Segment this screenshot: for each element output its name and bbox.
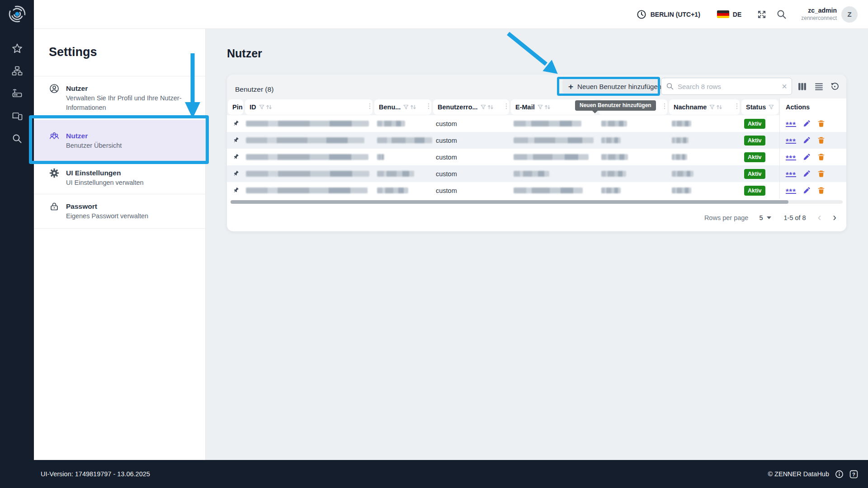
filter-icon[interactable]	[538, 104, 543, 110]
sort-icon[interactable]	[544, 104, 551, 110]
next-page-button[interactable]: ›	[833, 212, 836, 223]
scrollbar-thumb[interactable]	[231, 200, 788, 204]
redacted-username	[377, 171, 414, 177]
table-title: Benutzer (8)	[235, 85, 274, 94]
filter-icon[interactable]	[769, 104, 774, 110]
clock-icon	[636, 9, 647, 20]
column-header-status[interactable]: Status	[741, 99, 778, 115]
column-menu-icon[interactable]	[504, 103, 507, 111]
global-search-icon[interactable]	[776, 9, 787, 20]
filter-icon[interactable]	[403, 104, 409, 110]
column-header-nachname[interactable]: Nachname	[669, 99, 740, 115]
redacted-username	[377, 137, 432, 143]
change-password-icon[interactable]: ***	[786, 154, 796, 160]
nav-item-ui-einstellungen[interactable]: UI Einstellungen UI Einstellungen verwal…	[34, 162, 205, 194]
delete-trash-icon[interactable]	[817, 170, 825, 178]
redacted-email	[514, 137, 594, 143]
change-password-icon[interactable]: ***	[786, 170, 796, 177]
column-menu-icon[interactable]	[662, 103, 665, 111]
column-menu-icon[interactable]	[367, 103, 371, 111]
page-range: 1-5 of 8	[783, 214, 806, 221]
sort-icon[interactable]	[266, 104, 272, 110]
change-password-icon[interactable]: ***	[786, 137, 796, 144]
change-password-icon[interactable]: ***	[786, 120, 796, 127]
filter-icon[interactable]	[709, 104, 715, 110]
delete-trash-icon[interactable]	[817, 136, 825, 144]
user-role: custom	[436, 154, 457, 161]
edit-pencil-icon[interactable]	[803, 153, 811, 161]
prev-page-button[interactable]: ‹	[818, 212, 821, 223]
nav-item-nutzer-uebersicht[interactable]: Nutzer Benutzer Übersicht	[34, 120, 205, 161]
sort-icon[interactable]	[487, 104, 494, 110]
favorites-star-icon[interactable]	[12, 43, 23, 54]
delete-trash-icon[interactable]	[817, 187, 825, 194]
gear-icon	[49, 168, 60, 178]
delete-trash-icon[interactable]	[817, 120, 825, 127]
filter-icon[interactable]	[259, 104, 264, 110]
rows-per-page-select[interactable]: 5	[759, 214, 771, 221]
search-input[interactable]	[678, 83, 782, 90]
nav-item-passwort[interactable]: Passwort Eigenes Passwort verwalten	[34, 194, 205, 228]
help-icon[interactable]: ?	[849, 470, 858, 479]
edit-pencil-icon[interactable]	[803, 170, 811, 178]
ui-version: UI-Version: 1749819797 - 13.06.2025	[41, 470, 150, 478]
language-label: DE	[733, 11, 741, 18]
pin-button[interactable]	[227, 169, 244, 178]
avatar[interactable]: Z	[841, 6, 858, 23]
timezone-label: BERLIN (UTC+1)	[651, 11, 700, 18]
column-menu-icon[interactable]	[734, 103, 738, 111]
add-user-button[interactable]: + Neuen Benutzer hinzufügen	[562, 80, 667, 93]
nav-item-subtitle: Eigenes Passwort verwalten	[66, 211, 148, 221]
sort-icon[interactable]	[716, 104, 722, 110]
devices-icon[interactable]	[12, 111, 23, 122]
pin-button[interactable]	[227, 186, 244, 195]
column-header-benutzername[interactable]: Benu...	[374, 99, 431, 115]
column-header-pin[interactable]: Pin	[228, 99, 243, 115]
nav-item-nutzer-profil[interactable]: Nutzer Verwalten Sie Ihr Profil und Ihre…	[34, 76, 205, 120]
nav-item-subtitle: UI Einstellungen verwalten	[66, 178, 144, 188]
redacted-lastname	[672, 154, 687, 160]
pin-button[interactable]	[227, 153, 244, 161]
user-circle-icon	[49, 83, 60, 94]
edit-pencil-icon[interactable]	[803, 136, 811, 144]
pin-button[interactable]	[227, 136, 244, 145]
sort-icon[interactable]	[410, 104, 416, 110]
timezone-display[interactable]: BERLIN (UTC+1)	[636, 9, 700, 20]
column-header-benutzerrolle[interactable]: Benutzerro...	[433, 99, 509, 115]
gateway-icon[interactable]	[12, 88, 23, 99]
redacted-lastname	[672, 188, 691, 193]
pagination: Rows per page 5 1-5 of 8 ‹ ›	[227, 204, 846, 231]
column-menu-icon[interactable]	[426, 103, 429, 111]
clear-search-icon[interactable]: ×	[782, 82, 787, 91]
user-role: custom	[436, 137, 457, 144]
redacted-firstname	[601, 171, 626, 177]
edit-pencil-icon[interactable]	[803, 187, 811, 194]
column-header-id[interactable]: ID	[245, 99, 373, 115]
delete-trash-icon[interactable]	[817, 153, 825, 161]
lock-icon	[49, 201, 60, 212]
row-actions: ***	[779, 115, 846, 132]
divider	[34, 228, 205, 229]
users-table-card: Benutzer (8) + Neuen Benutzer hinzufügen…	[227, 75, 846, 231]
row-density-icon[interactable]	[814, 82, 824, 91]
redacted-firstname	[601, 154, 628, 160]
columns-icon[interactable]	[797, 82, 807, 91]
filter-icon[interactable]	[481, 104, 486, 110]
status-badge: Aktiv	[744, 152, 765, 162]
change-password-icon[interactable]: ***	[786, 187, 796, 194]
info-icon[interactable]	[835, 470, 844, 479]
fullscreen-icon[interactable]	[756, 9, 767, 20]
pin-button[interactable]	[227, 119, 244, 128]
app-logo-icon[interactable]	[7, 4, 28, 26]
plus-icon: +	[568, 82, 573, 91]
redacted-email	[514, 171, 549, 177]
user-menu[interactable]: zc_admin zennerconnect	[801, 7, 837, 22]
nav-item-title: Nutzer	[66, 84, 195, 94]
user-role: custom	[436, 120, 457, 127]
restore-history-icon[interactable]	[830, 82, 840, 91]
redacted-lastname	[672, 137, 689, 143]
sidebar-search-icon[interactable]	[12, 133, 23, 144]
edit-pencil-icon[interactable]	[803, 120, 811, 127]
language-selector[interactable]: DE	[717, 10, 741, 18]
sitemap-icon[interactable]	[12, 66, 23, 76]
